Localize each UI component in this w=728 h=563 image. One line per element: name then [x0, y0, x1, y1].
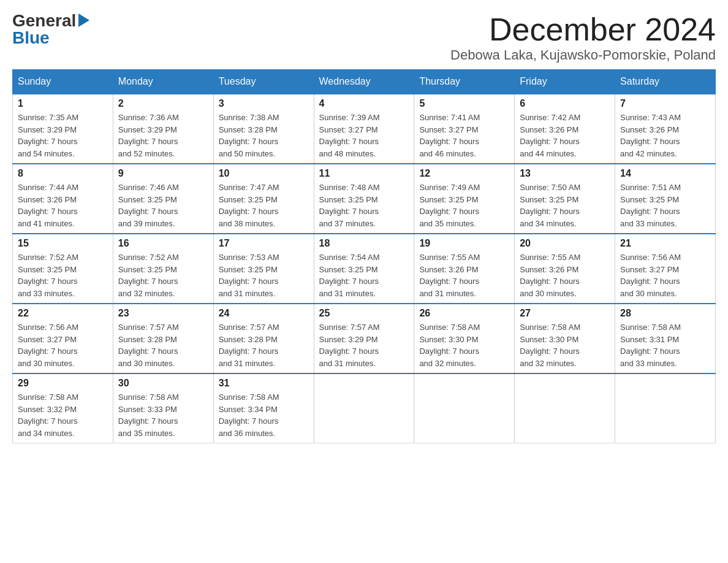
header-saturday: Saturday	[615, 70, 716, 94]
calendar-empty-cell	[515, 373, 615, 443]
month-title: December 2024	[450, 12, 716, 47]
day-number: 12	[419, 168, 509, 179]
day-number: 10	[219, 168, 309, 179]
calendar-day-cell: 13Sunrise: 7:50 AM Sunset: 3:25 PM Dayli…	[515, 164, 615, 234]
calendar-day-cell: 10Sunrise: 7:47 AM Sunset: 3:25 PM Dayli…	[213, 164, 314, 234]
header-sunday: Sunday	[13, 70, 113, 94]
day-info: Sunrise: 7:55 AM Sunset: 3:26 PM Dayligh…	[520, 251, 610, 299]
calendar-day-cell: 21Sunrise: 7:56 AM Sunset: 3:27 PM Dayli…	[615, 234, 716, 304]
calendar-day-cell: 27Sunrise: 7:58 AM Sunset: 3:30 PM Dayli…	[515, 304, 615, 373]
day-number: 7	[620, 98, 710, 109]
day-info: Sunrise: 7:57 AM Sunset: 3:29 PM Dayligh…	[319, 321, 409, 369]
day-number: 18	[319, 238, 409, 249]
day-number: 9	[118, 168, 208, 179]
day-info: Sunrise: 7:58 AM Sunset: 3:33 PM Dayligh…	[118, 391, 208, 439]
day-info: Sunrise: 7:42 AM Sunset: 3:26 PM Dayligh…	[520, 112, 610, 159]
calendar-day-cell: 22Sunrise: 7:56 AM Sunset: 3:27 PM Dayli…	[13, 304, 113, 373]
calendar-day-cell: 16Sunrise: 7:52 AM Sunset: 3:25 PM Dayli…	[113, 234, 213, 304]
calendar-day-cell: 14Sunrise: 7:51 AM Sunset: 3:25 PM Dayli…	[615, 164, 716, 234]
calendar-day-cell: 3Sunrise: 7:38 AM Sunset: 3:28 PM Daylig…	[213, 94, 314, 164]
day-number: 19	[419, 238, 509, 249]
calendar-day-cell: 7Sunrise: 7:43 AM Sunset: 3:26 PM Daylig…	[615, 94, 716, 164]
svg-marker-0	[78, 13, 89, 27]
logo-triangle-icon	[78, 13, 89, 29]
calendar-day-cell: 6Sunrise: 7:42 AM Sunset: 3:26 PM Daylig…	[515, 94, 615, 164]
day-number: 4	[319, 98, 409, 109]
day-number: 26	[419, 308, 509, 319]
calendar-day-cell: 17Sunrise: 7:53 AM Sunset: 3:25 PM Dayli…	[213, 234, 314, 304]
day-number: 14	[620, 168, 710, 179]
header-tuesday: Tuesday	[213, 70, 314, 94]
calendar-day-cell: 20Sunrise: 7:55 AM Sunset: 3:26 PM Dayli…	[515, 234, 615, 304]
calendar-week-row: 15Sunrise: 7:52 AM Sunset: 3:25 PM Dayli…	[13, 234, 716, 304]
day-number: 8	[18, 168, 108, 179]
day-number: 13	[520, 168, 610, 179]
header-friday: Friday	[515, 70, 615, 94]
header-wednesday: Wednesday	[314, 70, 414, 94]
day-number: 21	[620, 238, 710, 249]
day-number: 22	[18, 308, 108, 319]
day-number: 5	[419, 98, 509, 109]
day-number: 3	[219, 98, 309, 109]
day-info: Sunrise: 7:57 AM Sunset: 3:28 PM Dayligh…	[118, 321, 208, 369]
day-info: Sunrise: 7:55 AM Sunset: 3:26 PM Dayligh…	[419, 251, 509, 299]
calendar-day-cell: 19Sunrise: 7:55 AM Sunset: 3:26 PM Dayli…	[414, 234, 515, 304]
calendar-week-row: 1Sunrise: 7:35 AM Sunset: 3:29 PM Daylig…	[13, 94, 716, 164]
day-info: Sunrise: 7:53 AM Sunset: 3:25 PM Dayligh…	[219, 251, 309, 299]
calendar-empty-cell	[615, 373, 716, 443]
day-number: 17	[219, 238, 309, 249]
calendar-empty-cell	[414, 373, 515, 443]
day-info: Sunrise: 7:38 AM Sunset: 3:28 PM Dayligh…	[219, 112, 309, 159]
calendar-day-cell: 8Sunrise: 7:44 AM Sunset: 3:26 PM Daylig…	[13, 164, 113, 234]
day-number: 31	[219, 378, 309, 389]
day-number: 24	[219, 308, 309, 319]
calendar-day-cell: 15Sunrise: 7:52 AM Sunset: 3:25 PM Dayli…	[13, 234, 113, 304]
calendar-day-cell: 30Sunrise: 7:58 AM Sunset: 3:33 PM Dayli…	[113, 373, 213, 443]
calendar-day-cell: 24Sunrise: 7:57 AM Sunset: 3:28 PM Dayli…	[213, 304, 314, 373]
day-number: 30	[118, 378, 208, 389]
day-number: 20	[520, 238, 610, 249]
day-number: 23	[118, 308, 208, 319]
calendar-week-row: 8Sunrise: 7:44 AM Sunset: 3:26 PM Daylig…	[13, 164, 716, 234]
logo-general: General	[12, 12, 76, 29]
day-number: 25	[319, 308, 409, 319]
day-info: Sunrise: 7:47 AM Sunset: 3:25 PM Dayligh…	[219, 182, 309, 229]
day-info: Sunrise: 7:48 AM Sunset: 3:25 PM Dayligh…	[319, 182, 409, 229]
day-info: Sunrise: 7:58 AM Sunset: 3:34 PM Dayligh…	[219, 391, 309, 439]
calendar-day-cell: 31Sunrise: 7:58 AM Sunset: 3:34 PM Dayli…	[213, 373, 314, 443]
page-header: General Blue December 2024 Debowa Laka, …	[12, 12, 716, 63]
title-area: December 2024 Debowa Laka, Kujawsko-Pomo…	[450, 12, 716, 63]
calendar-day-cell: 23Sunrise: 7:57 AM Sunset: 3:28 PM Dayli…	[113, 304, 213, 373]
calendar-day-cell: 11Sunrise: 7:48 AM Sunset: 3:25 PM Dayli…	[314, 164, 414, 234]
day-number: 11	[319, 168, 409, 179]
calendar-day-cell: 5Sunrise: 7:41 AM Sunset: 3:27 PM Daylig…	[414, 94, 515, 164]
header-thursday: Thursday	[414, 70, 515, 94]
day-number: 27	[520, 308, 610, 319]
day-number: 15	[18, 238, 108, 249]
calendar-header-row: Sunday Monday Tuesday Wednesday Thursday…	[13, 70, 716, 94]
day-info: Sunrise: 7:57 AM Sunset: 3:28 PM Dayligh…	[219, 321, 309, 369]
day-info: Sunrise: 7:52 AM Sunset: 3:25 PM Dayligh…	[118, 251, 208, 299]
logo: General Blue	[12, 12, 89, 47]
day-info: Sunrise: 7:58 AM Sunset: 3:31 PM Dayligh…	[620, 321, 710, 369]
day-number: 29	[18, 378, 108, 389]
day-number: 16	[118, 238, 208, 249]
calendar-empty-cell	[314, 373, 414, 443]
day-info: Sunrise: 7:58 AM Sunset: 3:30 PM Dayligh…	[520, 321, 610, 369]
day-info: Sunrise: 7:56 AM Sunset: 3:27 PM Dayligh…	[620, 251, 710, 299]
calendar-day-cell: 18Sunrise: 7:54 AM Sunset: 3:25 PM Dayli…	[314, 234, 414, 304]
calendar-day-cell: 4Sunrise: 7:39 AM Sunset: 3:27 PM Daylig…	[314, 94, 414, 164]
day-number: 2	[118, 98, 208, 109]
day-info: Sunrise: 7:58 AM Sunset: 3:30 PM Dayligh…	[419, 321, 509, 369]
day-number: 28	[620, 308, 710, 319]
day-number: 6	[520, 98, 610, 109]
calendar-day-cell: 1Sunrise: 7:35 AM Sunset: 3:29 PM Daylig…	[13, 94, 113, 164]
day-number: 1	[18, 98, 108, 109]
day-info: Sunrise: 7:52 AM Sunset: 3:25 PM Dayligh…	[18, 251, 108, 299]
calendar-table: Sunday Monday Tuesday Wednesday Thursday…	[12, 69, 716, 443]
day-info: Sunrise: 7:41 AM Sunset: 3:27 PM Dayligh…	[419, 112, 509, 159]
day-info: Sunrise: 7:35 AM Sunset: 3:29 PM Dayligh…	[18, 112, 108, 159]
calendar-day-cell: 26Sunrise: 7:58 AM Sunset: 3:30 PM Dayli…	[414, 304, 515, 373]
header-monday: Monday	[113, 70, 213, 94]
day-info: Sunrise: 7:44 AM Sunset: 3:26 PM Dayligh…	[18, 182, 108, 229]
